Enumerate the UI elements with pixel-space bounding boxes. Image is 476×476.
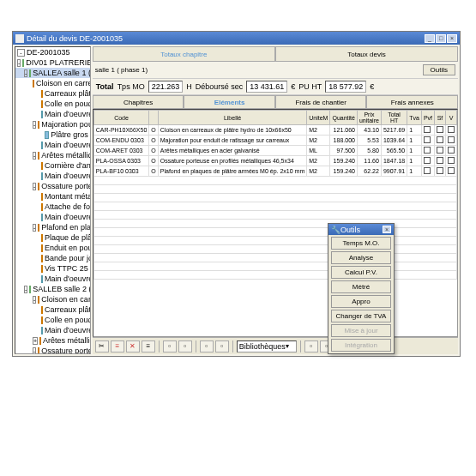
tree-panel[interactable]: -DE-2001035 -DIV01 PLATRERIE-SALLEA sall…: [15, 46, 91, 354]
float-btn: Intégration: [331, 339, 391, 352]
tree-item[interactable]: Enduit en poudre: [15, 243, 90, 253]
col-header[interactable]: Quantité: [330, 111, 357, 125]
tree-item[interactable]: Carreaux plâtre HD cr: [15, 88, 90, 99]
tree-item[interactable]: Main d'oeuvre Platrer: [15, 109, 90, 119]
deb-value: 13 431.61: [246, 81, 287, 93]
float-btn[interactable]: Métré: [331, 280, 391, 293]
tree-item[interactable]: -Majoration pour enduit de: [15, 119, 90, 130]
top-tab[interactable]: Totaux chapitre: [93, 46, 275, 62]
col-header[interactable]: V: [446, 111, 457, 125]
tree-item[interactable]: -SALLEA salle 1 ( phase 1): [15, 68, 90, 78]
tool-red[interactable]: ≡: [111, 340, 124, 352]
tree-item[interactable]: -SALLEB salle 2 ( phase 2): [15, 284, 90, 294]
float-btn[interactable]: Appro: [331, 295, 391, 308]
col-header[interactable]: Tva: [407, 111, 422, 125]
main-panel: Totaux chapitreTotaux devis salle 1 ( ph…: [93, 46, 458, 354]
tree-item[interactable]: Colle en poudre pour: [15, 99, 90, 109]
minimize-button[interactable]: _: [425, 34, 435, 43]
tree-item[interactable]: -DIV01 PLATRERIE: [15, 57, 90, 68]
table-row[interactable]: COM-ENDU 0303OMajoration pour enduit de …: [93, 136, 456, 146]
sub-tab[interactable]: Eléments: [184, 95, 275, 109]
tools-floating-window[interactable]: 🔧 Outils × Temps M.O.AnalyseCalcul P.V.M…: [328, 223, 395, 354]
close-button[interactable]: ×: [447, 34, 457, 43]
tool-del[interactable]: ✕: [126, 340, 140, 352]
tree-item[interactable]: Bande pour joints ca: [15, 253, 90, 263]
col-header[interactable]: [149, 111, 158, 125]
floatwin-header[interactable]: 🔧 Outils ×: [328, 224, 394, 235]
blue-icon: [41, 111, 43, 118]
titlebar[interactable]: Détail du devis DE-2001035 _ □ ×: [13, 32, 460, 45]
tool-cut[interactable]: ✂: [95, 340, 109, 352]
col-header[interactable]: Sf: [435, 111, 446, 125]
doc-icon: [38, 224, 39, 232]
breadcrumb: salle 1 ( phase 1): [95, 66, 148, 74]
tree-item[interactable]: -Ossature porteuse en pr: [15, 181, 90, 191]
floatwin-close[interactable]: ×: [383, 226, 391, 233]
top-tab[interactable]: Totaux devis: [275, 46, 458, 62]
sub-tab[interactable]: Chapitres: [93, 95, 184, 109]
tool-b[interactable]: ▫: [178, 340, 192, 352]
tree-item[interactable]: Attache de fourrure: [15, 202, 90, 212]
doc-icon: [41, 203, 43, 211]
tree-item[interactable]: Carreaux plâtre HD cr: [15, 304, 90, 315]
blue-icon: [45, 131, 49, 139]
tool-x[interactable]: ≡: [142, 340, 155, 352]
blue-icon: [41, 275, 43, 283]
maximize-button[interactable]: □: [436, 34, 446, 43]
float-btn: Mise à jour: [331, 324, 391, 337]
doc-icon: [38, 152, 39, 160]
sub-tab[interactable]: Frais de chantier: [275, 95, 367, 109]
tree-item[interactable]: Cloison en carreaux de pl: [15, 78, 90, 88]
float-btn[interactable]: Analyse: [331, 251, 391, 264]
tree-item[interactable]: +Arêtes métalliques en aci: [15, 335, 90, 346]
tree-item[interactable]: Plaque de plâtre arm: [15, 232, 90, 243]
doc-icon: [41, 244, 43, 252]
tree-root[interactable]: -DE-2001035: [15, 47, 90, 57]
folder-icon: [29, 69, 31, 77]
tree-item[interactable]: Main d'oeuvre Platrer: [15, 212, 90, 222]
tools-button[interactable]: Outils: [423, 64, 455, 75]
float-btn[interactable]: Temps M.O.: [331, 237, 391, 250]
tree-item[interactable]: Colle en poudre pour: [15, 315, 90, 325]
tree-item[interactable]: Plâtre gros: [15, 130, 90, 140]
tree-item[interactable]: -Arêtes métalliques en aci: [15, 150, 90, 160]
blue-icon: [41, 172, 43, 180]
tree-item[interactable]: Main d'oeuvre Platrer: [15, 274, 90, 284]
float-btn[interactable]: Calcul P.V.: [331, 266, 391, 279]
tool-c[interactable]: ▫: [200, 340, 214, 352]
tree-item[interactable]: -Cloison en carreaux de pl: [15, 294, 90, 304]
tree-item[interactable]: Main d'oeuvre Platrer: [15, 325, 90, 335]
col-header[interactable]: Total HT: [381, 111, 407, 125]
col-header[interactable]: Pvf: [421, 111, 434, 125]
table-row[interactable]: PLA-BF10 0303OPlafond en plaques de plât…: [93, 166, 456, 177]
tree-item[interactable]: Montant métal de cloi: [15, 191, 90, 202]
doc-icon: [41, 100, 43, 108]
tool-d[interactable]: ▫: [215, 340, 229, 352]
col-header[interactable]: Prix unitaire: [357, 111, 381, 125]
doc-icon: [41, 265, 43, 273]
tree-item[interactable]: -Plafond en plaques de pl: [15, 222, 90, 232]
tool-e[interactable]: ▫: [304, 340, 318, 352]
blue-icon: [41, 214, 43, 221]
tree-item[interactable]: Vis TTPC 25 longueur: [15, 263, 90, 274]
tree-item[interactable]: Main d'oeuvre Platrer: [15, 140, 90, 150]
col-header[interactable]: Libellé: [158, 111, 307, 125]
doc-icon: [41, 162, 43, 170]
doc-icon: [41, 255, 43, 262]
doc-icon: [39, 337, 41, 345]
table-row[interactable]: CAR-PH10X66X50OCloison en carreaux de pl…: [93, 125, 456, 136]
sub-tab[interactable]: Frais annexes: [366, 95, 458, 109]
table-row[interactable]: PLA-OSSA 0303OOssature porteuse en profi…: [93, 156, 456, 166]
table-row[interactable]: COM-ARET 0303OArêtes métalliques en acie…: [93, 146, 456, 156]
tree-item[interactable]: -Ossature porteuse en pr: [15, 346, 90, 354]
col-header[interactable]: Code: [93, 111, 149, 125]
tree-item[interactable]: Main d'oeuvre Platrer: [15, 171, 90, 181]
float-btn[interactable]: Changer de TVA: [331, 310, 391, 322]
library-select[interactable]: Bibliothèques ▾: [237, 340, 297, 352]
tool-a[interactable]: ▫: [163, 340, 177, 352]
blue-icon: [41, 142, 43, 149]
tpsmo-value: 221.263: [148, 81, 184, 93]
col-header[interactable]: UniteM: [307, 111, 330, 125]
data-grid[interactable]: CodeLibelléUniteMQuantitéPrix unitaireTo…: [93, 109, 458, 337]
tree-item[interactable]: Cornière d'angle en a: [15, 160, 90, 171]
